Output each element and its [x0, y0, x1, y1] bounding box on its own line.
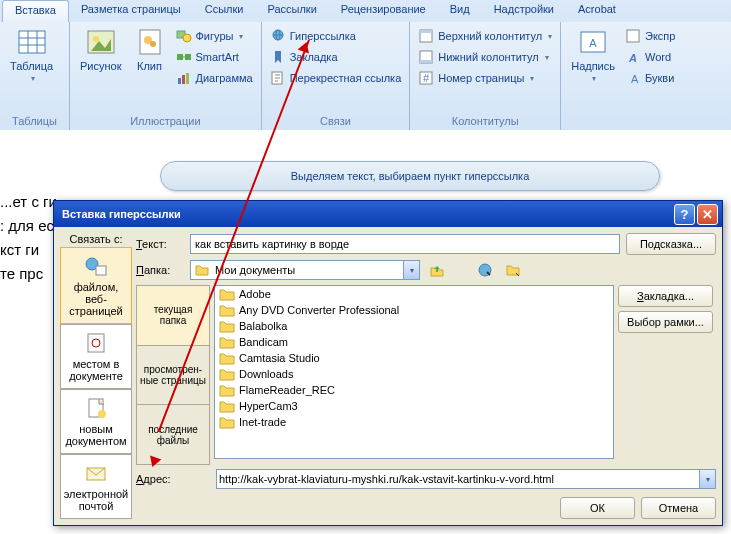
- express-button[interactable]: Экспр: [621, 26, 679, 46]
- link-to-email[interactable]: электронной почтой: [60, 454, 132, 519]
- callout-select-text: Выделяем текст, выбираем пункт гиперссыл…: [160, 161, 660, 191]
- group-tables-label: Таблицы: [4, 113, 65, 130]
- link-to-panel: Связать с: файлом, веб-страницей местом …: [60, 233, 132, 519]
- wordart-icon: A: [625, 49, 641, 65]
- group-links-label: Связи: [266, 113, 406, 130]
- footer-icon: [418, 49, 434, 65]
- view-recent[interactable]: последние файлы: [137, 405, 209, 464]
- group-illustrations: Рисунок Клип Фигуры SmartArt: [70, 22, 262, 130]
- shapes-button[interactable]: Фигуры: [172, 26, 257, 46]
- svg-rect-13: [177, 54, 183, 60]
- pagenum-button[interactable]: # Номер страницы: [414, 68, 556, 88]
- group-headerfooter: Верхний колонтитул Нижний колонтитул # Н…: [410, 22, 561, 130]
- svg-text:#: #: [423, 72, 430, 84]
- hyperlink-button[interactable]: Гиперссылка: [266, 26, 406, 46]
- address-arrow[interactable]: ▾: [699, 470, 715, 488]
- frame-select-button[interactable]: Выбор рамки...: [618, 311, 713, 333]
- link-to-newdoc[interactable]: новым документом: [60, 389, 132, 454]
- dialog-help-button[interactable]: ?: [674, 204, 695, 225]
- tab-insert[interactable]: Вставка: [2, 0, 69, 22]
- svg-rect-16: [182, 75, 185, 84]
- header-button[interactable]: Верхний колонтитул: [414, 26, 556, 46]
- file-item[interactable]: Bandicam: [215, 334, 613, 350]
- up-button[interactable]: [426, 259, 448, 281]
- clip-icon: [134, 26, 166, 58]
- header-icon: [418, 28, 434, 44]
- link-to-label: Связать с:: [60, 233, 132, 245]
- ribbon-tabs: Вставка Разметка страницы Ссылки Рассылк…: [0, 0, 731, 22]
- tab-references[interactable]: Ссылки: [193, 0, 256, 22]
- file-item[interactable]: Any DVD Converter Professional: [215, 302, 613, 318]
- folder-label: Папка:: [136, 264, 184, 276]
- newdoc-icon: [82, 396, 110, 420]
- svg-rect-26: [420, 60, 432, 63]
- browse-file-button[interactable]: [502, 259, 524, 281]
- folder-icon: [219, 287, 235, 301]
- file-item[interactable]: Downloads: [215, 366, 613, 382]
- folder-icon: [219, 303, 235, 317]
- ok-button[interactable]: ОК: [560, 497, 635, 519]
- crossref-button[interactable]: Перекрестная ссылка: [266, 68, 406, 88]
- group-text: A Надпись Экспр AWord AБукви: [561, 22, 683, 130]
- browse-web-button[interactable]: [474, 259, 496, 281]
- dropcap-icon: A: [625, 70, 641, 86]
- tab-pagelayout[interactable]: Разметка страницы: [69, 0, 193, 22]
- folder-icon: [219, 351, 235, 365]
- address-combo[interactable]: ▾: [216, 469, 716, 489]
- cancel-button[interactable]: Отмена: [641, 497, 716, 519]
- folder-icon: [219, 383, 235, 397]
- svg-text:A: A: [631, 73, 639, 85]
- address-input[interactable]: [217, 471, 699, 487]
- file-web-icon: [82, 254, 110, 278]
- textbox-icon: A: [577, 26, 609, 58]
- file-item[interactable]: Inet-trade: [215, 414, 613, 430]
- svg-rect-36: [88, 334, 104, 352]
- bookmark-side-button[interactable]: Закладка...: [618, 285, 713, 307]
- dropcap-button[interactable]: AБукви: [621, 68, 679, 88]
- svg-text:A: A: [628, 52, 637, 64]
- email-icon: [82, 461, 110, 485]
- file-item[interactable]: Adobe: [215, 286, 613, 302]
- tab-acrobat[interactable]: Acrobat: [566, 0, 628, 22]
- folder-icon: [219, 367, 235, 381]
- link-to-file[interactable]: файлом, веб-страницей: [60, 247, 132, 324]
- tab-addins[interactable]: Надстройки: [482, 0, 566, 22]
- folder-combo[interactable]: ▾: [190, 260, 420, 280]
- table-button[interactable]: Таблица: [4, 24, 59, 85]
- clip-button[interactable]: Клип: [128, 24, 172, 74]
- svg-rect-15: [178, 78, 181, 84]
- folder-arrow[interactable]: ▾: [403, 261, 419, 279]
- link-to-place[interactable]: местом в документе: [60, 324, 132, 389]
- footer-button[interactable]: Нижний колонтитул: [414, 47, 556, 67]
- svg-marker-21: [275, 51, 281, 63]
- view-current[interactable]: текущая папка: [137, 286, 209, 346]
- svg-rect-0: [19, 31, 45, 53]
- bookmark-icon: [270, 49, 286, 65]
- file-item[interactable]: Balabolka: [215, 318, 613, 334]
- folder-icon: [219, 319, 235, 333]
- dialog-titlebar[interactable]: Вставка гиперссылки ? ✕: [54, 201, 722, 227]
- svg-point-6: [93, 36, 99, 42]
- file-item[interactable]: HyperCam3: [215, 398, 613, 414]
- svg-rect-17: [186, 73, 189, 84]
- file-item[interactable]: Camtasia Studio: [215, 350, 613, 366]
- screentip-button[interactable]: Подсказка...: [626, 233, 716, 255]
- dialog-close-button[interactable]: ✕: [697, 204, 718, 225]
- bookmark-button[interactable]: Закладка: [266, 47, 406, 67]
- group-tables: Таблица Таблицы: [0, 22, 70, 130]
- file-item[interactable]: FlameReader_REC: [215, 382, 613, 398]
- textbox-button[interactable]: A Надпись: [565, 24, 621, 85]
- pagenum-icon: #: [418, 70, 434, 86]
- file-list[interactable]: Adobe Any DVD Converter Professional Bal…: [214, 285, 614, 459]
- picture-button[interactable]: Рисунок: [74, 24, 128, 74]
- wordart-button[interactable]: AWord: [621, 47, 679, 67]
- tab-mailings[interactable]: Рассылки: [255, 0, 328, 22]
- svg-rect-24: [420, 30, 432, 33]
- folder-icon: [219, 399, 235, 413]
- tab-view[interactable]: Вид: [438, 0, 482, 22]
- text-input[interactable]: [190, 234, 620, 254]
- chart-button[interactable]: Диаграмма: [172, 68, 257, 88]
- table-label: Таблица: [10, 60, 53, 72]
- tab-review[interactable]: Рецензирование: [329, 0, 438, 22]
- smartart-button[interactable]: SmartArt: [172, 47, 257, 67]
